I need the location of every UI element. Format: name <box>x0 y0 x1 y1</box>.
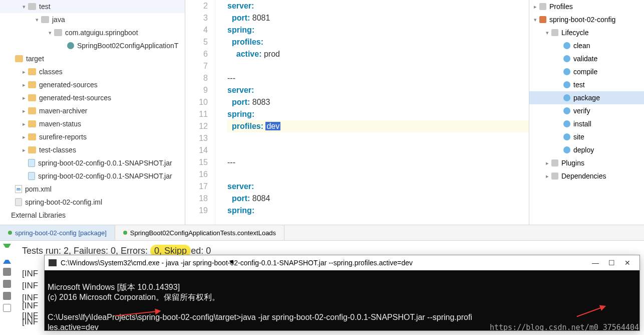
print-icon[interactable] <box>3 292 11 300</box>
maven-item-label: Lifecycle <box>561 29 588 37</box>
minimize-button[interactable]: — <box>587 259 603 267</box>
tree-item[interactable]: ▾java <box>0 13 185 26</box>
code-line[interactable] <box>227 132 529 144</box>
code-line[interactable]: active: prod <box>227 48 529 60</box>
wrap-icon[interactable] <box>3 280 11 288</box>
code-line[interactable]: --- <box>227 156 529 169</box>
code-line[interactable]: profiles: <box>227 36 529 48</box>
expand-arrow-icon[interactable]: ▸ <box>543 160 551 166</box>
maven-panel[interactable]: ▸Profiles▾spring-boot-02-config▾Lifecycl… <box>529 0 644 225</box>
console-area: Tests run: 2, Failures: 0, Errors: 0, Sk… <box>0 241 644 335</box>
maven-item[interactable]: ▸Plugins <box>529 156 644 170</box>
code-line[interactable]: port: 8081 <box>227 12 529 24</box>
expand-arrow-icon[interactable]: ▾ <box>531 17 539 23</box>
tree-item[interactable]: spring-boot-02-config.iml <box>0 196 185 209</box>
expand-arrow-icon[interactable]: ▸ <box>20 147 28 153</box>
maven-item[interactable]: test <box>529 78 644 91</box>
tree-item[interactable]: spring-boot-02-config-0.0.1-SNAPSHOT.jar <box>0 170 185 183</box>
code-line[interactable] <box>227 60 529 72</box>
run-tab-tests[interactable]: SpringBoot02ConfigApplicationTests.conte… <box>115 225 284 240</box>
maven-item[interactable]: package <box>529 91 644 104</box>
expand-arrow-icon[interactable]: ▸ <box>20 95 28 101</box>
tree-item[interactable]: ▸surefire-reports <box>0 130 185 143</box>
tree-item[interactable]: ▸test-classes <box>0 143 185 156</box>
tree-item-label: External Libraries <box>11 211 66 219</box>
tree-item[interactable]: target <box>0 52 185 65</box>
folder-icon <box>28 107 36 114</box>
tree-item-label: maven-status <box>39 120 81 128</box>
folder-icon <box>551 159 558 166</box>
cmd-titlebar[interactable]: C:\Windows\System32\cmd.exe - java -jar … <box>45 255 639 270</box>
project-tree[interactable]: ▾test▾java▾com.atguigu.springbootSpringB… <box>0 0 185 225</box>
expand-arrow-icon[interactable]: ▸ <box>20 108 28 114</box>
expand-arrow-icon[interactable]: ▾ <box>543 30 551 36</box>
tree-item[interactable]: ▾com.atguigu.springboot <box>0 26 185 39</box>
maven-item[interactable]: ▾spring-boot-02-config <box>529 13 644 26</box>
code-line[interactable]: spring: <box>227 24 529 36</box>
maven-item[interactable]: deploy <box>529 143 644 156</box>
maven-item[interactable]: clean <box>529 39 644 52</box>
maven-item[interactable]: compile <box>529 65 644 78</box>
code-line[interactable]: server: <box>227 0 529 12</box>
expand-arrow-icon[interactable]: ▸ <box>531 4 539 10</box>
expand-arrow-icon[interactable]: ▸ <box>20 82 28 88</box>
maven-item-label: compile <box>573 68 597 76</box>
expand-arrow-icon[interactable]: ▾ <box>20 4 28 10</box>
code-line[interactable]: spring: <box>227 108 529 120</box>
maven-item[interactable]: ▸Profiles <box>529 0 644 13</box>
log-line: [INF <box>22 301 38 311</box>
watermark-text: https://blog.csdn.net/m0_37564404 <box>490 323 639 332</box>
maven-item[interactable]: verify <box>529 104 644 117</box>
maximize-button[interactable]: ☐ <box>603 259 619 267</box>
tree-item[interactable]: ▸classes <box>0 65 185 78</box>
expand-arrow-icon[interactable]: ▾ <box>33 17 41 23</box>
tree-item[interactable]: mpom.xml <box>0 183 185 196</box>
code-line[interactable]: profiles: dev <box>227 120 529 132</box>
folder-icon <box>28 146 36 153</box>
filter-icon[interactable] <box>3 268 11 276</box>
scroll-down-icon[interactable] <box>3 256 11 264</box>
expand-arrow-icon[interactable]: ▸ <box>20 69 28 75</box>
maven-item[interactable]: install <box>529 117 644 130</box>
tree-item[interactable]: ▸maven-status <box>0 117 185 130</box>
code-line[interactable]: --- <box>227 72 529 84</box>
code-line[interactable]: port: 8084 <box>227 193 529 205</box>
tree-item[interactable]: ▸maven-archiver <box>0 104 185 117</box>
trash-icon[interactable] <box>3 304 11 312</box>
close-button[interactable]: ✕ <box>619 259 635 267</box>
tree-item-label: pom.xml <box>25 185 52 193</box>
expand-arrow-icon[interactable]: ▸ <box>20 121 28 127</box>
tree-item[interactable]: ▸generated-sources <box>0 78 185 91</box>
cmd-window[interactable]: C:\Windows\System32\cmd.exe - java -jar … <box>44 255 640 331</box>
code-line[interactable]: server: <box>227 181 529 193</box>
maven-item[interactable]: validate <box>529 52 644 65</box>
code-line[interactable] <box>227 169 529 181</box>
maven-item[interactable]: ▸Dependencies <box>529 170 644 183</box>
maven-item-label: install <box>573 120 591 128</box>
expand-arrow-icon[interactable]: ▸ <box>543 173 551 180</box>
code-editor[interactable]: 2345678910111213141516171819 server: por… <box>185 0 529 225</box>
maven-item[interactable]: ▾Lifecycle <box>529 26 644 39</box>
tree-item[interactable]: spring-boot-02-config-0.0.1-SNAPSHOT.jar <box>0 156 185 170</box>
tree-item[interactable]: ▾test <box>0 0 185 13</box>
scroll-up-icon[interactable] <box>3 244 11 252</box>
folder-icon <box>551 173 558 180</box>
maven-item-label: Plugins <box>561 159 584 167</box>
tree-item-label: generated-sources <box>39 81 98 89</box>
expand-arrow-icon[interactable]: ▸ <box>20 134 28 140</box>
maven-item-label: site <box>573 133 584 141</box>
maven-item[interactable]: site <box>529 130 644 143</box>
run-tab-package[interactable]: spring-boot-02-config [package] <box>0 225 115 240</box>
tree-item[interactable]: SpringBoot02ConfigApplicationT <box>0 39 185 52</box>
expand-arrow-icon[interactable]: ▾ <box>46 30 54 36</box>
code-line[interactable]: spring: <box>227 205 529 217</box>
tree-item[interactable]: External Libraries <box>0 209 185 222</box>
folder-icon <box>28 81 36 88</box>
code-line[interactable]: port: 8083 <box>227 96 529 108</box>
editor-content[interactable]: server: port: 8081spring: profiles: acti… <box>215 0 529 225</box>
tree-item[interactable]: ▸generated-test-sources <box>0 91 185 104</box>
gear-icon <box>563 42 570 49</box>
run-tab-label: spring-boot-02-config [package] <box>15 229 107 237</box>
code-line[interactable] <box>227 144 529 156</box>
code-line[interactable]: server: <box>227 84 529 96</box>
